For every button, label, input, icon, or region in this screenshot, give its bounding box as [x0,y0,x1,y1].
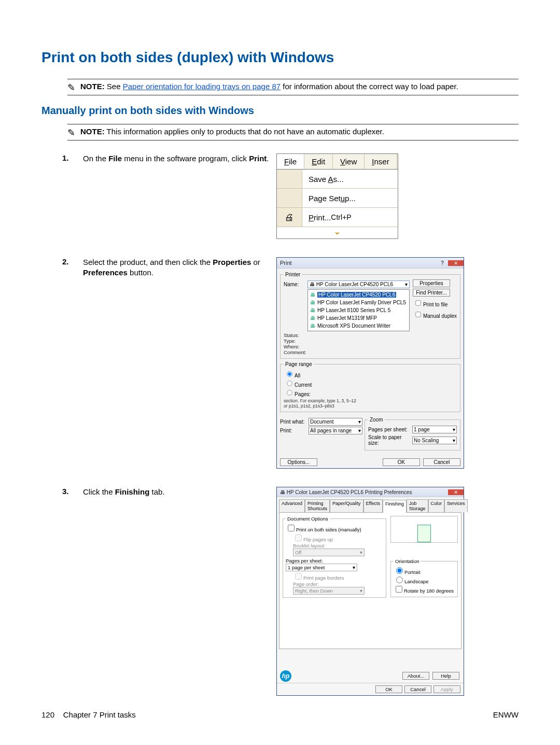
footer-right: ENWW [493,710,519,719]
range-all[interactable]: All [284,373,300,378]
pagesetup-iconcol [277,189,302,207]
step-1: 1. On the File menu in the software prog… [41,153,519,239]
pps-select[interactable]: 1 page per sheet▾ [286,564,357,571]
range-current[interactable]: Current [284,382,312,388]
ok-button[interactable]: OK [383,458,420,466]
tab-jobstorage[interactable]: Job Storage [407,499,428,512]
printer-option[interactable]: 🖶HP LaserJet 8100 Series PCL 5 [308,306,409,314]
step-number: 1. [62,153,83,162]
tab-finishing[interactable]: Finishing [383,500,407,513]
booklet-select: Off▾ [293,549,365,556]
printwhat-select[interactable]: Document▾ [309,418,362,426]
note-post: for information about the correct way to… [283,82,458,91]
note-text: This information applies only to product… [107,127,384,136]
note-label: NOTE: [80,82,105,91]
type-label: Type: [284,338,296,344]
tab-color[interactable]: Color [428,499,445,512]
note-link[interactable]: Paper orientation for loading trays on p… [123,82,281,91]
note-1: ✎ NOTE: See Paper orientation for loadin… [67,79,519,95]
note-icon: ✎ [67,127,75,138]
menu-insert[interactable]: Inser [365,154,397,169]
note-icon: ✎ [67,82,75,93]
print-borders-checkbox: Print page borders [293,575,344,581]
page-range-legend: Page range [284,361,314,367]
about-button[interactable]: About... [402,672,429,680]
chapter-label: Chapter 7 Print tasks [63,710,136,719]
tab-shortcuts[interactable]: Printing Shortcuts [305,499,330,512]
expand-icon[interactable]: ⌄ [277,227,398,238]
note-label: NOTE: [80,127,105,136]
step-text: Select the product, and then click the P… [83,257,276,278]
docopts-legend: Document Options [286,516,330,522]
printer-select[interactable]: 🖶 HP Color LaserJet CP4520 PCL6▾ [307,280,410,288]
step-text: Click the Finishing tab. [83,487,276,497]
orientation-landscape[interactable]: Landscape [394,579,428,584]
tab-effects[interactable]: Effects [363,499,383,512]
options-button[interactable]: Options... [280,458,317,466]
help-icon[interactable]: ? [437,260,448,266]
close-icon[interactable]: ✕ [448,489,464,495]
menu-edit[interactable]: Edit [304,154,333,169]
printer-option[interactable]: 🖶HP Color LaserJet CP4520 PCL6 [308,291,409,299]
menu-item-print[interactable]: 🖨 Print...Ctrl+P [277,208,398,227]
orientation-portrait[interactable]: Portrait [394,569,421,575]
apply-button: Apply [433,685,460,693]
tab-advanced[interactable]: Advanced [279,499,305,512]
tab-paperquality[interactable]: Paper/Quality [330,499,363,512]
booklet-label: Booklet layout: [293,543,383,549]
menu-file[interactable]: File [277,154,304,169]
status-label: Status: [284,332,299,338]
ok-button[interactable]: OK [375,685,402,693]
where-label: Where: [284,344,300,349]
range-hint: section. For example, type 1, 3, 5–12or … [284,398,457,409]
name-label: Name: [284,282,307,287]
dialog-title: Print [277,260,437,266]
printer-option[interactable]: 🖶HP LaserJet M1319f MFP [308,314,409,322]
rotate-180-checkbox[interactable]: Rotate by 180 degrees [394,588,454,594]
close-icon[interactable]: ✕ [448,260,464,266]
page-footer: 120 Chapter 7 Print tasks ENWW [41,710,519,719]
tab-services[interactable]: Services [444,499,468,512]
file-menu-screenshot: File Edit View Inser Save As... Page Set… [276,153,398,239]
steps-list: 1. On the File menu in the software prog… [41,153,519,696]
zoom-legend: Zoom [368,417,385,423]
print-both-sides-checkbox[interactable]: Print on both sides (manually) [286,527,361,532]
print-dialog-screenshot: Print ? ✕ Printer Name: [276,257,464,469]
cancel-button[interactable]: Cancel [423,458,460,466]
menu-item-pagesetup[interactable]: Page Setup... [277,189,398,208]
cancel-button[interactable]: Cancel [404,685,431,693]
pageorder-select: Right, then Down▾ [293,587,365,595]
saveas-iconcol [277,170,302,188]
note-pre: See [107,82,123,91]
pps-label: Pages per sheet: [368,427,412,432]
print-label: Print: [280,428,309,433]
help-button[interactable]: Help [432,672,459,680]
pps-select[interactable]: 1 page▾ [412,426,457,433]
menu-item-saveas[interactable]: Save As... [277,170,398,189]
menu-view[interactable]: View [333,154,365,169]
scale-select[interactable]: No Scaling▾ [412,437,457,444]
note-2: ✎ NOTE: This information applies only to… [67,124,519,140]
printer-option[interactable]: 🖶Microsoft XPS Document Writer [308,322,409,330]
printer-legend: Printer [284,272,302,277]
step-number: 3. [62,487,83,496]
printing-preferences-screenshot: 🖶 HP Color LaserJet CP4520 PCL6 Printing… [276,487,464,696]
manual-duplex-checkbox[interactable]: Manual duplex [413,310,457,319]
print-select[interactable]: All pages in range▾ [309,427,362,434]
properties-button[interactable]: Properties [413,279,450,287]
dialog-title: 🖶 HP Color LaserJet CP4520 PCL6 Printing… [277,489,448,495]
orientation-legend: Orientation [394,558,421,564]
preview-icon [390,516,458,543]
printer-option[interactable]: 🖶HP Color LaserJet Family Driver PCL5 [308,299,409,306]
scale-label: Scale to paper size: [368,434,412,446]
printer-icon: 🖨 [277,208,302,227]
subsection-title: Manually print on both sides with Window… [41,105,519,117]
comment-label: Comment: [284,349,306,355]
find-printer-button[interactable]: Find Printer... [413,289,450,297]
hp-logo-icon: hp [280,670,291,682]
flip-pages-checkbox: Flip pages up [293,537,333,542]
step-number: 2. [62,257,83,266]
printwhat-label: Print what: [280,419,309,425]
range-pages[interactable]: Pages: [284,391,311,397]
print-to-file-checkbox[interactable]: Print to file [413,298,457,308]
